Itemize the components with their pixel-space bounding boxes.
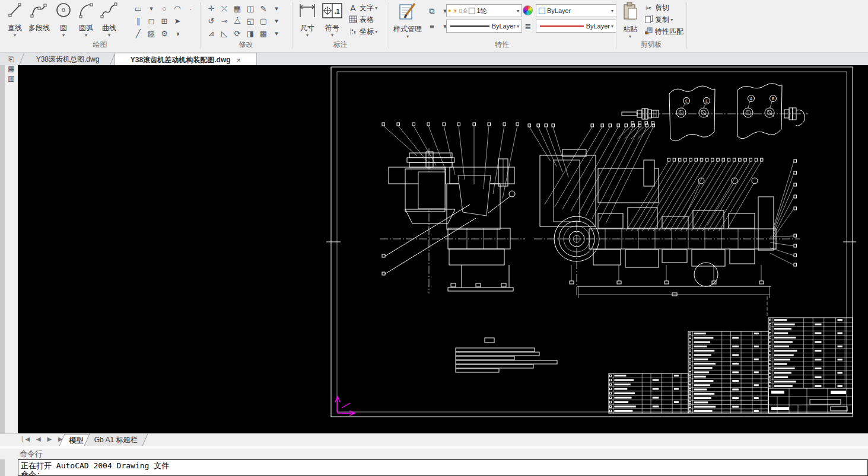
title-bar-icon[interactable]: ▥: [6, 74, 17, 82]
dropdown-caret-icon[interactable]: ▾: [306, 33, 309, 37]
color-wheel-icon[interactable]: [523, 5, 533, 15]
cad-application-window: 直线 ▾ 多段线 圆 ▾ 圆弧 ▾: [0, 0, 868, 476]
dropdown-caret-icon[interactable]: ▾: [374, 6, 377, 10]
panel-clipboard: 粘贴 ▾ ✂剪切 复制 ▾ 特性匹配 剪切板: [616, 0, 686, 52]
scissors-icon: ✂: [643, 4, 654, 12]
stretch-icon[interactable]: ◫: [244, 2, 257, 15]
copy-button[interactable]: 复制 ▾: [643, 14, 683, 25]
transparency-icon[interactable]: ≡: [425, 20, 438, 33]
panel-annotate: 尺寸 ▾ .1 符号 ▾ A文字 ▾ +表格 坐标 ▾ 标注: [292, 0, 389, 52]
frame-caret-icon[interactable]: ▾: [270, 15, 283, 27]
combo-caret-icon[interactable]: ▾: [516, 8, 520, 14]
insert-arrow-icon[interactable]: ➤: [171, 15, 184, 27]
hatch-caret-icon[interactable]: ▾: [270, 27, 283, 40]
arc-tool-icon[interactable]: ◠: [171, 2, 184, 15]
circle-button[interactable]: 圆 ▾: [52, 1, 75, 37]
detail-view: C E A B: [622, 84, 808, 141]
dropdown-caret-icon[interactable]: ▾: [331, 33, 333, 37]
cut-button[interactable]: ✂剪切: [643, 2, 683, 14]
dropdown-caret-icon[interactable]: ▾: [108, 33, 110, 37]
coordinate-button[interactable]: 坐标 ▾: [348, 26, 377, 37]
style-manager-button[interactable]: 样式管理 ▾: [391, 1, 424, 39]
combo-caret-icon[interactable]: ▾: [610, 24, 615, 29]
ellipse-icon[interactable]: ○: [158, 2, 171, 15]
layout-tab-strip: |◀ ◀ ▶ ▶| 模型 Gb A1 标题栏: [0, 433, 868, 446]
symbol-button[interactable]: .1 符号 ▾: [319, 1, 345, 37]
block-icon[interactable]: ⊞: [158, 15, 171, 27]
line-icon: [6, 1, 24, 23]
combo-caret-icon[interactable]: ▾: [516, 24, 520, 29]
region-icon[interactable]: ◻: [145, 15, 158, 27]
text-button[interactable]: A文字 ▾: [348, 2, 377, 14]
lineweight-icon[interactable]: ≣: [522, 20, 535, 33]
trim-icon[interactable]: ⤬: [218, 2, 231, 15]
layer-combo[interactable]: ● ☀ ▯ ⎙ 1轮 ▾: [446, 4, 522, 17]
panel-annotate-label: 标注: [292, 40, 389, 50]
spin-icon[interactable]: ⟳: [231, 27, 244, 40]
wipeout-icon[interactable]: ◑: [171, 27, 184, 40]
symbol-icon: .1: [322, 1, 343, 23]
dropdown-caret-icon[interactable]: ▾: [62, 33, 65, 37]
command-line-1: 正在打开 AutoCAD 2004 Drawing 文件: [18, 460, 867, 470]
dropdown-caret-icon[interactable]: ▾: [669, 18, 673, 22]
command-panel-title: 命令行: [0, 449, 868, 459]
doc-tab-1[interactable]: Y38滚齿机总图.dwg: [24, 53, 112, 66]
rect-caret-icon[interactable]: ▾: [145, 2, 158, 15]
layout-tab-gba1[interactable]: Gb A1 标题栏: [84, 434, 148, 446]
polyline-button[interactable]: 多段线: [26, 1, 52, 33]
dropdown-caret-icon[interactable]: ▾: [406, 34, 409, 39]
line-button[interactable]: 直线 ▾: [4, 1, 26, 37]
move-icon[interactable]: ✛: [205, 2, 218, 15]
scale-icon[interactable]: ⊿: [205, 27, 218, 40]
paste-button[interactable]: 粘贴 ▾: [618, 1, 642, 39]
tab-close-icon[interactable]: ×: [237, 56, 241, 65]
spline-button[interactable]: 曲线 ▾: [97, 1, 121, 37]
left-rail[interactable]: [0, 65, 5, 476]
combo-caret-icon[interactable]: ▾: [610, 8, 615, 14]
gear-icon[interactable]: ⚙: [158, 27, 171, 40]
rectangle-icon[interactable]: ▭: [132, 2, 145, 15]
ray-icon[interactable]: ╱: [132, 27, 145, 40]
layer-color-swatch: [469, 8, 475, 14]
match-properties-button[interactable]: 特性匹配: [643, 26, 683, 37]
balloon-letter: A: [750, 97, 753, 101]
parallel-lines-icon[interactable]: ∥: [132, 15, 145, 27]
break-icon[interactable]: ⊸: [218, 15, 231, 27]
dropdown-caret-icon[interactable]: ▾: [14, 33, 16, 37]
left-section-view: [382, 152, 515, 291]
erase-icon[interactable]: ✎: [257, 2, 270, 15]
color-combo[interactable]: ByLayer ▾: [536, 4, 616, 17]
layer-translate-icon[interactable]: ⧉: [425, 5, 438, 17]
lineweight-combo[interactable]: ByLayer ▾: [536, 20, 616, 33]
command-input-area[interactable]: 正在打开 AutoCAD 2004 Drawing 文件 命令:: [18, 459, 868, 476]
rotate-icon[interactable]: ↺: [205, 15, 218, 27]
ucs-icon: [335, 397, 355, 416]
hatch-edit-icon[interactable]: ▩: [257, 27, 270, 40]
dropdown-caret-icon[interactable]: ▾: [85, 33, 87, 37]
sheet-grid-icon[interactable]: ▦: [6, 64, 17, 73]
chamfer-icon[interactable]: ◺: [218, 27, 231, 40]
erase-caret-icon[interactable]: ▾: [270, 2, 283, 15]
frame-insert-icon[interactable]: ⎗: [6, 55, 17, 63]
array-icon[interactable]: ▦: [231, 2, 244, 15]
hatch-icon[interactable]: ▨: [145, 27, 158, 40]
ribbon: 直线 ▾ 多段线 圆 ▾ 圆弧 ▾: [0, 0, 868, 52]
doc-tab-2-active[interactable]: Y38滚齿机差动机构装配图.dwg ×: [115, 53, 257, 66]
explode-icon[interactable]: ◨: [244, 27, 257, 40]
overlap-icon[interactable]: ◱: [244, 15, 257, 27]
point-icon[interactable]: ·: [184, 2, 197, 15]
frame-icon[interactable]: ▢: [257, 15, 270, 27]
style-manager-icon: [398, 1, 418, 24]
mirror-icon[interactable]: ⧊: [231, 15, 244, 27]
arc-button[interactable]: 圆弧 ▾: [75, 1, 97, 37]
dropdown-caret-icon[interactable]: ▾: [629, 34, 631, 39]
dimension-button[interactable]: 尺寸 ▾: [295, 1, 319, 37]
dropdown-caret-icon[interactable]: ▾: [374, 30, 377, 34]
linetype-sample: [450, 25, 489, 27]
match-brush-icon: [643, 27, 654, 37]
panel-properties-label: 特性: [389, 40, 616, 50]
linetype-combo[interactable]: ByLayer ▾: [446, 20, 522, 33]
bulb-icon: ●: [448, 8, 451, 14]
drawing-canvas[interactable]: C E A B: [18, 65, 868, 433]
table-button[interactable]: +表格: [348, 14, 377, 25]
